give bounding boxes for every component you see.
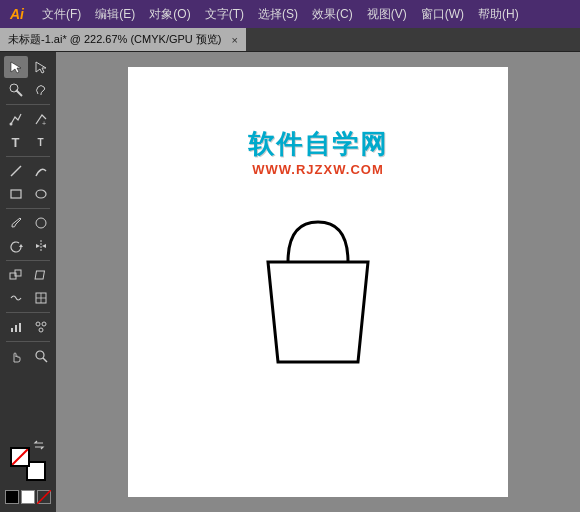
add-anchor-tool[interactable]: + xyxy=(29,108,53,130)
pen-tool[interactable] xyxy=(4,108,28,130)
tool-row-graph xyxy=(4,316,53,338)
paintbrush-tool[interactable] xyxy=(4,212,28,234)
tool-row-scale xyxy=(4,264,53,286)
type-tool[interactable]: T xyxy=(4,131,28,153)
menu-help[interactable]: 帮助(H) xyxy=(472,4,525,25)
svg-rect-21 xyxy=(15,325,17,332)
main-area: + T T xyxy=(0,52,580,512)
svg-marker-0 xyxy=(11,62,21,73)
blob-brush-tool[interactable] xyxy=(29,212,53,234)
svg-point-26 xyxy=(36,351,44,359)
active-tab[interactable]: 未标题-1.ai* @ 222.67% (CMYK/GPU 预览) × xyxy=(0,28,246,51)
hand-tool[interactable] xyxy=(4,345,28,367)
arc-tool[interactable] xyxy=(29,160,53,182)
svg-point-3 xyxy=(10,84,18,92)
svg-line-6 xyxy=(11,166,21,176)
svg-point-9 xyxy=(36,218,46,228)
toolbar: + T T xyxy=(0,52,56,512)
svg-rect-7 xyxy=(11,190,21,198)
svg-line-27 xyxy=(43,358,47,362)
lasso-tool[interactable] xyxy=(29,79,53,101)
tool-row-pen: + xyxy=(4,108,53,130)
watermark: 软件自学网 WWW.RJZXW.COM xyxy=(248,127,388,177)
watermark-text-chinese: 软件自学网 xyxy=(248,127,388,162)
canvas-area[interactable]: 软件自学网 WWW.RJZXW.COM xyxy=(56,52,580,512)
shear-tool[interactable] xyxy=(29,264,53,286)
svg-marker-12 xyxy=(36,244,40,248)
tool-row-rect xyxy=(4,183,53,205)
menu-text[interactable]: 文字(T) xyxy=(199,4,250,25)
warp-tool[interactable] xyxy=(4,287,28,309)
svg-point-8 xyxy=(36,190,46,198)
svg-rect-16 xyxy=(35,271,44,279)
separator-2 xyxy=(6,156,50,157)
svg-rect-20 xyxy=(11,328,13,332)
tab-close-button[interactable]: × xyxy=(232,34,238,46)
svg-point-24 xyxy=(42,322,46,326)
shopping-bag-illustration xyxy=(218,182,418,382)
line-tool[interactable] xyxy=(4,160,28,182)
artboard: 软件自学网 WWW.RJZXW.COM xyxy=(128,67,508,497)
menu-bar: 文件(F) 编辑(E) 对象(O) 文字(T) 选择(S) 效果(C) 视图(V… xyxy=(36,4,574,25)
menu-select[interactable]: 选择(S) xyxy=(252,4,304,25)
svg-point-23 xyxy=(36,322,40,326)
reflect-tool[interactable] xyxy=(29,235,53,257)
menu-file[interactable]: 文件(F) xyxy=(36,4,87,25)
menu-edit[interactable]: 编辑(E) xyxy=(89,4,141,25)
separator-5 xyxy=(6,312,50,313)
tool-row-nav xyxy=(4,345,53,367)
fill-swatch[interactable] xyxy=(10,447,30,467)
title-bar: Ai 文件(F) 编辑(E) 对象(O) 文字(T) 选择(S) 效果(C) 视… xyxy=(0,0,580,28)
black-swatch[interactable] xyxy=(5,490,19,504)
menu-window[interactable]: 窗口(W) xyxy=(415,4,470,25)
svg-line-28 xyxy=(12,449,28,465)
svg-rect-22 xyxy=(19,323,21,332)
ai-logo: Ai xyxy=(6,4,28,24)
tool-row-warp xyxy=(4,287,53,309)
menu-object[interactable]: 对象(O) xyxy=(143,4,196,25)
svg-marker-30 xyxy=(268,262,368,362)
tool-row-rotate xyxy=(4,235,53,257)
graph-tool[interactable] xyxy=(4,316,28,338)
extra-swatches xyxy=(5,490,51,504)
svg-marker-10 xyxy=(19,244,23,247)
tab-bar: 未标题-1.ai* @ 222.67% (CMYK/GPU 预览) × xyxy=(0,28,580,52)
svg-text:+: + xyxy=(42,120,46,126)
separator-3 xyxy=(6,208,50,209)
no-fill-icon xyxy=(12,449,28,465)
magic-wand-tool[interactable] xyxy=(4,79,28,101)
menu-effect[interactable]: 效果(C) xyxy=(306,4,359,25)
symbol-tool[interactable] xyxy=(29,316,53,338)
menu-view[interactable]: 视图(V) xyxy=(361,4,413,25)
separator-4 xyxy=(6,260,50,261)
tool-row-line xyxy=(4,160,53,182)
white-swatch[interactable] xyxy=(21,490,35,504)
zoom-tool[interactable] xyxy=(29,345,53,367)
separator-6 xyxy=(6,341,50,342)
tool-row-lasso xyxy=(4,79,53,101)
tool-row-paint xyxy=(4,212,53,234)
tool-row-select xyxy=(4,56,53,78)
ellipse-tool[interactable] xyxy=(29,183,53,205)
separator-1 xyxy=(6,104,50,105)
direct-select-tool[interactable] xyxy=(29,56,53,78)
svg-marker-1 xyxy=(36,62,46,73)
rotate-tool[interactable] xyxy=(4,235,28,257)
svg-line-29 xyxy=(37,490,51,504)
tool-row-type: T T xyxy=(4,131,53,153)
svg-point-25 xyxy=(39,328,43,332)
svg-marker-13 xyxy=(42,244,46,248)
mesh-tool[interactable] xyxy=(29,287,53,309)
svg-point-4 xyxy=(9,123,12,126)
tab-label: 未标题-1.ai* @ 222.67% (CMYK/GPU 预览) xyxy=(8,32,222,47)
rect-tool[interactable] xyxy=(4,183,28,205)
touch-type-tool[interactable]: T xyxy=(29,131,53,153)
none-swatch[interactable] xyxy=(37,490,51,504)
watermark-text-url: WWW.RJZXW.COM xyxy=(248,162,388,177)
swap-colors-icon[interactable] xyxy=(33,437,45,455)
select-tool[interactable] xyxy=(4,56,28,78)
scale-tool[interactable] xyxy=(4,264,28,286)
color-area xyxy=(1,443,55,508)
